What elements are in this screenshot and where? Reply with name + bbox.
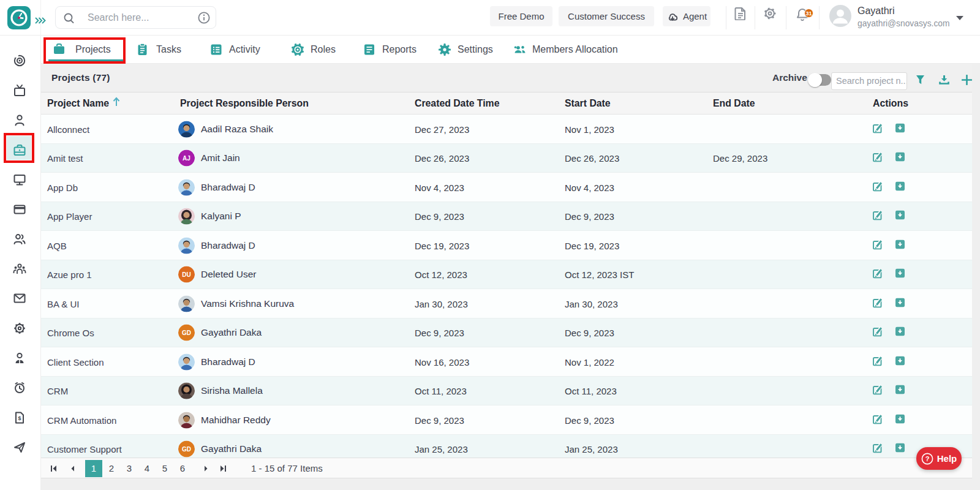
svg-text:?: ? bbox=[925, 455, 929, 462]
svg-text:$: $ bbox=[18, 415, 21, 421]
